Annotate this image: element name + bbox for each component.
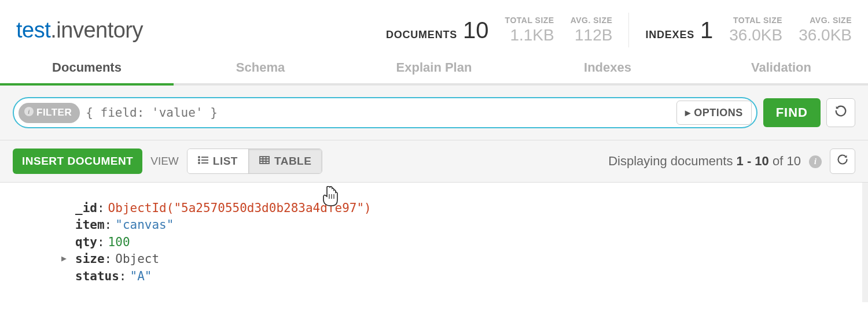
list-icon <box>198 156 208 166</box>
tab-explain-plan[interactable]: Explain Plan <box>347 52 521 83</box>
svg-rect-8 <box>260 157 269 164</box>
refresh-icon <box>837 154 848 169</box>
field-value: ObjectId("5a2570550d3d0b283a4dfe97") <box>105 200 372 217</box>
idx-total-size: 36.0KB <box>729 25 782 45</box>
document-field-row: _id:ObjectId("5a2570550d3d0b283a4dfe97") <box>75 200 851 217</box>
field-value: "A" <box>127 268 152 285</box>
svg-text:i: i <box>28 108 30 115</box>
svg-rect-5 <box>201 159 208 161</box>
idx-avg-size: 36.0KB <box>799 25 852 45</box>
triangle-right-icon: ▸ <box>685 106 691 119</box>
field-key: status <box>75 268 119 285</box>
indexes-label: INDEXES <box>645 29 694 42</box>
collection-tabs: Documents Schema Explain Plan Indexes Va… <box>0 52 868 86</box>
reset-button[interactable] <box>826 98 855 127</box>
view-table-button[interactable]: TABLE <box>248 149 322 173</box>
view-list-label: LIST <box>213 155 238 168</box>
filter-container: i FILTER ▸ OPTIONS <box>13 97 757 128</box>
options-label: OPTIONS <box>694 107 743 119</box>
document-field-row: status:"A" <box>75 268 851 285</box>
displaying-range: 1 - 10 <box>737 154 769 168</box>
find-button[interactable]: FIND <box>763 98 821 127</box>
document-field-row: item:"canvas" <box>75 217 851 233</box>
collection-name: inventory <box>56 18 143 42</box>
tab-indexes[interactable]: Indexes <box>521 52 694 83</box>
refresh-button[interactable] <box>830 149 855 174</box>
field-key: item <box>75 217 105 233</box>
svg-point-6 <box>198 162 200 164</box>
field-key: qty <box>75 234 97 251</box>
displaying-mid: of <box>769 154 787 168</box>
document-field-row: qty:100 <box>75 234 851 251</box>
documents-count: 10 <box>463 16 489 44</box>
displaying-total: 10 <box>786 154 800 168</box>
field-key: _id <box>75 200 97 217</box>
reset-icon <box>834 105 847 121</box>
doc-total-size-label: TOTAL SIZE <box>505 16 554 25</box>
namespace-title: test.inventory <box>16 18 370 43</box>
view-list-button[interactable]: LIST <box>187 149 248 173</box>
filter-badge: i FILTER <box>19 103 80 123</box>
view-toggle: LIST TABLE <box>187 149 323 174</box>
svg-rect-3 <box>201 157 208 158</box>
document-list: _id:ObjectId("5a2570550d3d0b283a4dfe97")… <box>0 183 868 302</box>
documents-label: DOCUMENTS <box>386 29 457 42</box>
collection-header: test.inventory DOCUMENTS 10 TOTAL SIZE 1… <box>0 0 868 52</box>
indexes-stats: INDEXES 1 TOTAL SIZE 36.0KB AVG. SIZE 36… <box>629 16 852 44</box>
indexes-count: 1 <box>700 16 713 44</box>
tab-documents[interactable]: Documents <box>0 52 174 83</box>
idx-avg-size-label: AVG. SIZE <box>810 16 852 25</box>
options-button[interactable]: ▸ OPTIONS <box>676 101 752 125</box>
filter-input[interactable] <box>80 106 676 120</box>
view-label: VIEW <box>150 155 179 168</box>
field-value: "canvas" <box>112 217 174 233</box>
expand-caret-icon[interactable]: ▶ <box>61 253 67 265</box>
documents-stats: DOCUMENTS 10 TOTAL SIZE 1.1KB AVG. SIZE … <box>370 16 613 44</box>
field-key: size <box>75 251 105 268</box>
svg-point-2 <box>198 156 200 158</box>
documents-toolbar: INSERT DOCUMENT VIEW LIST TABLE Displayi… <box>0 140 868 183</box>
displaying-prefix: Displaying documents <box>608 154 736 168</box>
info-icon: i <box>24 107 34 119</box>
filter-bar: i FILTER ▸ OPTIONS FIND <box>0 86 868 140</box>
document-field-row: ▶ size:Object <box>75 251 851 268</box>
info-icon[interactable]: i <box>809 155 822 168</box>
doc-avg-size: 112B <box>575 25 612 45</box>
table-icon <box>259 156 270 166</box>
idx-total-size-label: TOTAL SIZE <box>733 16 782 25</box>
tab-validation[interactable]: Validation <box>694 52 868 83</box>
svg-point-4 <box>198 159 200 161</box>
insert-document-button[interactable]: INSERT DOCUMENT <box>13 149 142 174</box>
field-value: 100 <box>105 234 130 251</box>
doc-avg-size-label: AVG. SIZE <box>571 16 613 25</box>
svg-rect-7 <box>201 162 208 164</box>
database-name: test <box>16 18 50 42</box>
field-value: Object <box>112 251 159 268</box>
filter-badge-label: FILTER <box>36 107 72 118</box>
doc-total-size: 1.1KB <box>510 25 554 45</box>
namespace-dot: . <box>50 18 56 42</box>
view-table-label: TABLE <box>274 155 311 168</box>
tab-schema[interactable]: Schema <box>174 52 347 83</box>
displaying-text: Displaying documents 1 - 10 of 10 i <box>608 154 822 169</box>
